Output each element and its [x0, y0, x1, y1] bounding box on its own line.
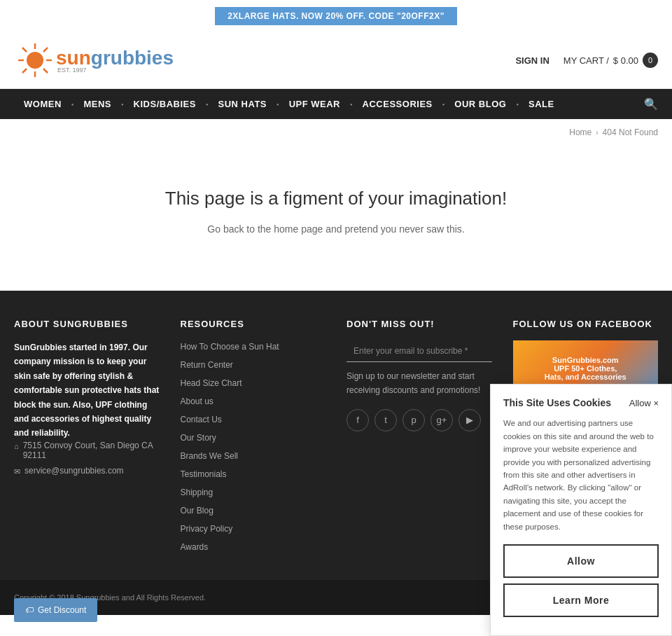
- about-text: SunGrubbies started in 1997. Our company…: [14, 340, 160, 441]
- newsletter-input[interactable]: [346, 340, 492, 362]
- google-plus-icon[interactable]: g+: [430, 409, 453, 431]
- nav-sale[interactable]: SALE: [519, 89, 564, 119]
- link-blog[interactable]: Our Blog: [181, 504, 326, 517]
- address-text: 7515 Convoy Court, San Diego CA 92111: [23, 441, 160, 460]
- social-icons: f t p g+ ▶: [346, 409, 492, 431]
- breadcrumb-home[interactable]: Home: [569, 127, 592, 137]
- about-brand: SunGrubbies: [14, 343, 66, 352]
- allow-button[interactable]: Allow: [503, 544, 659, 578]
- discount-label: Get Discount: [38, 605, 86, 615]
- svg-line-6: [43, 69, 48, 73]
- nav-items: WOMEN ● MENS ● KIDS/BABIES ● SUN HATS ● …: [14, 89, 564, 119]
- link-about[interactable]: About us: [181, 395, 326, 408]
- header-actions: SIGN IN MY CART / $ 0.00 0: [515, 53, 658, 68]
- svg-line-7: [43, 48, 48, 52]
- promo-text: 2XLARGE HATS. NOW 20% OFF. CODE "20OFF2X…: [215, 7, 457, 25]
- error-subtitle: Go back to the home page and pretend you…: [14, 223, 658, 235]
- nav-kids[interactable]: KIDS/BABIES: [124, 89, 206, 119]
- cookie-popup: This Site Uses Cookies Allow × We and ou…: [490, 384, 672, 615]
- svg-point-0: [27, 52, 43, 69]
- nav-upf-wear[interactable]: UPF WEAR: [279, 89, 350, 119]
- main-nav: WOMEN ● MENS ● KIDS/BABIES ● SUN HATS ● …: [0, 89, 672, 119]
- link-shipping[interactable]: Shipping: [181, 486, 326, 499]
- get-discount-button[interactable]: 🏷 Get Discount: [14, 598, 97, 615]
- link-how-to[interactable]: How To Choose a Sun Hat: [181, 340, 326, 353]
- cart-label: MY CART /: [564, 55, 609, 66]
- cookie-body: We and our advertising partners use cook…: [503, 417, 659, 533]
- logo[interactable]: sungrubbies EST. 1997: [14, 39, 174, 81]
- email-icon: ✉: [14, 467, 20, 476]
- home-icon: ⌂: [14, 442, 19, 450]
- footer-resources: RESOURCES How To Choose a Sun Hat Return…: [181, 319, 326, 559]
- footer-about: ABOUT SUNGRUBBIES SunGrubbies started in…: [14, 319, 160, 559]
- cart-area[interactable]: MY CART / $ 0.00 0: [564, 53, 658, 68]
- newsletter-subtext: Sign up to our newsletter and start rece…: [346, 369, 492, 398]
- link-privacy[interactable]: Privacy Policy: [181, 523, 326, 535]
- search-icon[interactable]: 🔍: [644, 97, 658, 111]
- breadcrumb-current: 404 Not Found: [603, 127, 658, 137]
- discount-icon: 🏷: [25, 605, 34, 615]
- cart-count[interactable]: 0: [643, 53, 658, 68]
- pinterest-icon[interactable]: p: [402, 409, 425, 431]
- link-story[interactable]: Our Story: [181, 431, 326, 444]
- sign-in-link[interactable]: SIGN IN: [515, 55, 549, 66]
- nav-accessories[interactable]: ACCESSORIES: [353, 89, 442, 119]
- svg-line-8: [22, 69, 27, 73]
- breadcrumb: Home › 404 Not Found: [0, 119, 672, 146]
- cookie-title: This Site Uses Cookies: [503, 397, 611, 408]
- fb-preview-text: SunGrubbies.com UPF 50+ Clothes, Hats, a…: [545, 356, 626, 381]
- cookie-allow-header-link[interactable]: Allow ×: [629, 398, 659, 408]
- facebook-icon[interactable]: f: [346, 409, 369, 431]
- footer-address: ⌂ 7515 Convoy Court, San Diego CA 92111: [14, 441, 160, 460]
- link-return[interactable]: Return Center: [181, 359, 326, 371]
- nav-mens[interactable]: MENS: [74, 89, 121, 119]
- cart-price: $ 0.00: [613, 55, 638, 66]
- email-text: service@sungrubbies.com: [24, 466, 124, 476]
- cookie-header: This Site Uses Cookies Allow ×: [503, 397, 659, 408]
- error-title: This page is a figment of your imaginati…: [14, 188, 658, 209]
- nav-women[interactable]: WOMEN: [14, 89, 71, 119]
- nav-blog[interactable]: OUR BLOG: [444, 89, 516, 119]
- footer-email: ✉ service@sungrubbies.com: [14, 466, 160, 476]
- resources-title: RESOURCES: [181, 319, 326, 329]
- link-head-size[interactable]: Head Size Chart: [181, 377, 326, 389]
- nav-sun-hats[interactable]: SUN HATS: [209, 89, 276, 119]
- header: sungrubbies EST. 1997 SIGN IN MY CART / …: [0, 32, 672, 89]
- about-body: started in 1997. Our company mission is …: [14, 343, 159, 438]
- svg-line-5: [22, 48, 27, 52]
- link-testimonials[interactable]: Testimonials: [181, 468, 326, 481]
- logo-sun-icon: [14, 39, 56, 81]
- breadcrumb-chevron: ›: [596, 129, 598, 137]
- twitter-icon[interactable]: t: [374, 409, 397, 431]
- link-contact[interactable]: Contact Us: [181, 413, 326, 426]
- learn-more-button[interactable]: Learn More: [503, 583, 659, 615]
- youtube-icon[interactable]: ▶: [458, 409, 481, 431]
- main-content: This page is a figment of your imaginati…: [0, 146, 672, 291]
- newsletter-title: DON'T MISS OUT!: [346, 319, 492, 329]
- error-sub-text: Go back to the home page and pretend you…: [207, 223, 464, 235]
- about-title: ABOUT SUNGRUBBIES: [14, 319, 160, 329]
- facebook-title: FOLLOW US ON FACEBOOK: [513, 319, 659, 329]
- link-awards[interactable]: Awards: [181, 541, 326, 553]
- promo-bar: 2XLARGE HATS. NOW 20% OFF. CODE "20OFF2X…: [0, 0, 672, 32]
- footer-newsletter: DON'T MISS OUT! Sign up to our newslette…: [346, 319, 492, 559]
- link-brands[interactable]: Brands We Sell: [181, 450, 326, 462]
